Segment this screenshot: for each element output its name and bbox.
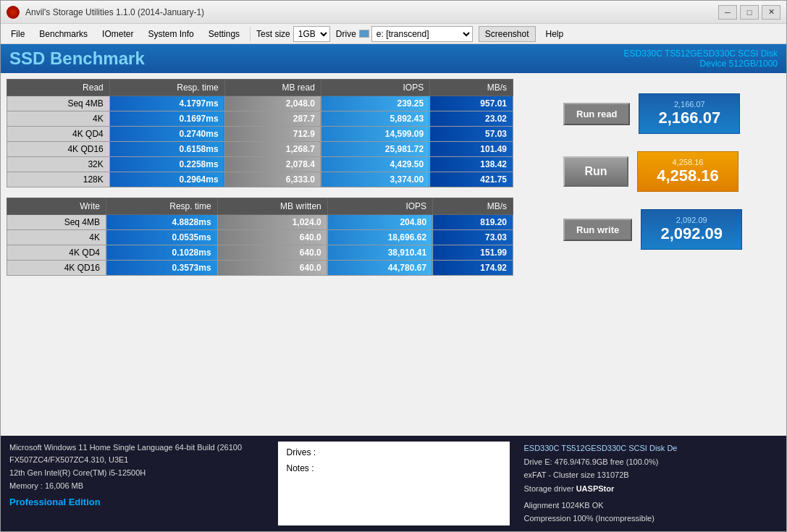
total-score-big: 4,258.16	[649, 166, 726, 185]
write-header-mbs: MB/s	[433, 198, 513, 215]
write-table-row: Seq 4MB 4.8828ms 1,024.0 204.80 819.20	[7, 215, 513, 230]
menu-settings[interactable]: Settings	[201, 27, 247, 41]
read-iops: 25,981.72	[321, 142, 429, 157]
menu-iometer[interactable]: IOmeter	[95, 27, 140, 41]
read-iops: 3,374.00	[321, 172, 429, 187]
write-header-label: Write	[7, 198, 106, 215]
device-info: ESD330C TS512GESD330C SCSI Disk Device 5…	[623, 48, 778, 69]
write-mb: 640.0	[217, 230, 327, 245]
write-table-row: 4K 0.0535ms 640.0 18,696.62 73.03	[7, 230, 513, 245]
write-mb: 640.0	[217, 245, 327, 261]
read-header-resptime: Resp. time	[109, 80, 224, 96]
run-button[interactable]: Run	[563, 156, 628, 187]
storage-driver-value: UASPStor	[576, 484, 615, 493]
header-bar: SSD Benchmark ESD330C TS512GESD330C SCSI…	[1, 44, 786, 73]
window-controls: ─ □ ✕	[718, 5, 780, 20]
close-button[interactable]: ✕	[762, 5, 780, 20]
run-write-button[interactable]: Run write	[563, 219, 632, 241]
write-table-row: 4K QD16 0.3573ms 640.0 44,780.67 174.92	[7, 261, 513, 276]
write-iops: 38,910.41	[327, 245, 432, 261]
write-iops: 44,780.67	[327, 261, 432, 276]
test-size-select[interactable]: 1GB 2GB 4GB 8GB	[293, 26, 330, 42]
read-iops: 4,429.50	[321, 157, 429, 172]
drive-info-4: Alignment 1024KB OK	[524, 499, 778, 512]
run-write-row: Run write 2,092.09 2,092.09	[563, 209, 742, 250]
write-iops: 204.80	[327, 215, 432, 230]
write-table-container: Write Resp. time MB written IOPS MB/s Se…	[7, 198, 557, 276]
read-mbs: 957.01	[430, 96, 513, 111]
run-read-button[interactable]: Run read	[563, 103, 630, 125]
footer: Microsoft Windows 11 Home Single Languag…	[1, 436, 786, 531]
drive-select[interactable]: e: [transcend]	[371, 26, 473, 42]
write-row-label: Seq 4MB	[7, 215, 106, 230]
test-size-label: Test size	[256, 29, 290, 39]
main-window: Anvil's Storage Utilities 1.1.0 (2014-Ja…	[0, 0, 787, 532]
write-mbs: 819.20	[433, 215, 513, 230]
read-iops: 239.25	[321, 96, 429, 111]
run-total-row: Run 4,258.16 4,258.16	[563, 151, 738, 192]
read-mbs: 421.75	[430, 172, 513, 187]
maximize-button[interactable]: □	[740, 5, 759, 20]
write-table-row: 4K QD4 0.1028ms 640.0 38,910.41 151.99	[7, 245, 513, 261]
read-resp-time: 0.2964ms	[109, 172, 224, 187]
write-resp-time: 4.8828ms	[106, 215, 218, 230]
write-row-label: 4K QD4	[7, 245, 106, 261]
read-mb: 287.7	[224, 111, 321, 127]
read-row-label: 128K	[7, 172, 110, 187]
read-table-row: 32K 0.2258ms 2,078.4 4,429.50 138.42	[7, 157, 513, 172]
menu-help[interactable]: Help	[539, 27, 571, 41]
sys-line-2: FX507ZC4/FX507ZC4.310, U3E1	[9, 454, 264, 467]
menu-separator-1	[250, 27, 251, 41]
read-table-row: 4K QD16 0.6158ms 1,268.7 25,981.72 101.4…	[7, 142, 513, 157]
read-row-label: Seq 4MB	[7, 96, 110, 111]
footer-drive-info: ESD330C TS512GESD330C SCSI Disk De Drive…	[515, 436, 787, 531]
read-mb: 2,048.0	[224, 96, 321, 111]
notes-label: Notes :	[287, 463, 501, 473]
write-mb: 1,024.0	[217, 215, 327, 230]
write-mbs: 174.92	[433, 261, 513, 276]
write-header-iops: IOPS	[327, 198, 432, 215]
drive-info-3: Storage driver UASPStor	[524, 482, 778, 496]
read-mbs: 101.49	[430, 142, 513, 157]
run-read-row: Run read 2,166.07 2,166.07	[563, 93, 740, 134]
right-panel: Run read 2,166.07 2,166.07 Run 4,258.16 …	[563, 79, 780, 430]
write-mbs: 73.03	[433, 230, 513, 245]
drive-info-5: Compression 100% (Incompressible)	[524, 512, 778, 525]
read-score-small: 2,166.07	[651, 100, 728, 109]
read-header-mbs: MB/s	[430, 80, 513, 96]
read-table-row: 4K QD4 0.2740ms 712.9 14,599.09 57.03	[7, 127, 513, 142]
write-resp-time: 0.3573ms	[106, 261, 218, 276]
read-table-row: 128K 0.2964ms 6,333.0 3,374.00 421.75	[7, 172, 513, 187]
screenshot-button[interactable]: Screenshot	[479, 26, 536, 42]
read-table-row: Seq 4MB 4.1797ms 2,048.0 239.25 957.01	[7, 96, 513, 111]
menu-file[interactable]: File	[4, 27, 32, 41]
drive-icon	[359, 30, 369, 38]
write-mbs: 151.99	[433, 245, 513, 261]
read-score-box: 2,166.07 2,166.07	[639, 93, 740, 134]
minimize-button[interactable]: ─	[718, 5, 737, 20]
read-resp-time: 0.2740ms	[109, 127, 224, 142]
footer-system-info: Microsoft Windows 11 Home Single Languag…	[1, 436, 272, 531]
read-row-label: 4K QD16	[7, 142, 110, 157]
menu-system-info[interactable]: System Info	[140, 27, 201, 41]
drive-info-1: Drive E: 476.9/476.9GB free (100.0%)	[524, 455, 778, 469]
read-score-big: 2,166.07	[651, 109, 728, 127]
write-score-big: 2,092.09	[653, 224, 730, 243]
read-header-iops: IOPS	[321, 80, 429, 96]
sys-line-1: Microsoft Windows 11 Home Single Languag…	[9, 442, 264, 455]
read-table-row: 4K 0.1697ms 287.7 5,892.43 23.02	[7, 111, 513, 127]
drive-label: Drive	[336, 29, 356, 39]
main-content: Read Resp. time MB read IOPS MB/s Seq 4M…	[1, 73, 786, 436]
read-iops: 5,892.43	[321, 111, 429, 127]
total-score-small: 4,258.16	[649, 158, 726, 166]
read-row-label: 32K	[7, 157, 110, 172]
device-line1: ESD330C TS512GESD330C SCSI Disk	[623, 48, 778, 59]
read-header-mb: MB read	[224, 80, 321, 96]
read-header-label: Read	[7, 80, 110, 96]
benchmark-tables: Read Resp. time MB read IOPS MB/s Seq 4M…	[7, 79, 557, 430]
drives-label: Drives :	[287, 447, 501, 457]
footer-notes: Drives : Notes :	[278, 442, 510, 525]
menu-benchmarks[interactable]: Benchmarks	[32, 27, 95, 41]
read-mbs: 57.03	[430, 127, 513, 142]
title-bar: Anvil's Storage Utilities 1.1.0 (2014-Ja…	[1, 1, 786, 24]
